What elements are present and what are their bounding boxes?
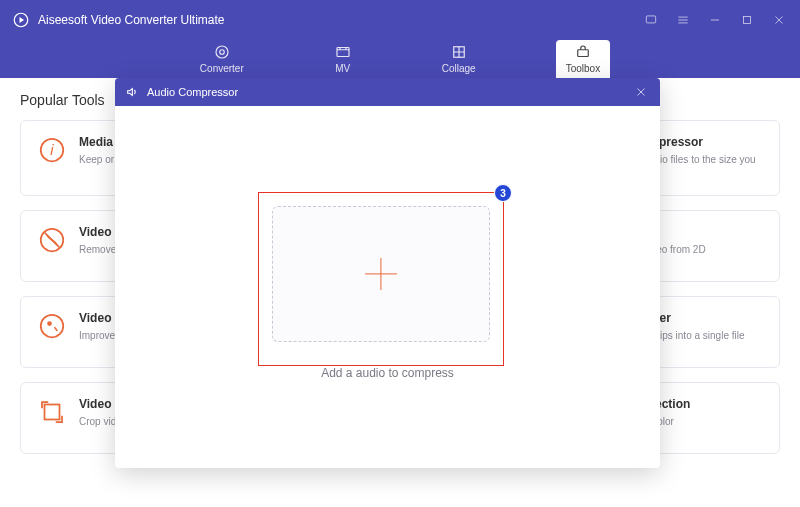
window-controls — [642, 11, 788, 29]
dropzone-label: Add a audio to compress — [321, 366, 454, 380]
audio-icon — [125, 84, 141, 100]
audio-compressor-modal: Audio Compressor 3 Add a audio to compre… — [115, 78, 660, 468]
close-icon[interactable] — [770, 11, 788, 29]
tab-mv[interactable]: MV — [324, 40, 362, 78]
main-tabs: Converter MV Collage Toolbox — [0, 40, 800, 78]
svg-rect-5 — [337, 47, 349, 56]
tab-label: Collage — [442, 63, 476, 74]
menu-icon[interactable] — [674, 11, 692, 29]
tab-toolbox[interactable]: Toolbox — [556, 40, 610, 78]
tab-collage[interactable]: Collage — [432, 40, 486, 78]
modal-overlay: Audio Compressor 3 Add a audio to compre… — [0, 78, 800, 507]
tab-label: Toolbox — [566, 63, 600, 74]
tab-converter[interactable]: Converter — [190, 40, 254, 78]
modal-close-button[interactable] — [632, 83, 650, 101]
svg-point-4 — [220, 49, 225, 54]
minimize-icon[interactable] — [706, 11, 724, 29]
svg-rect-2 — [744, 17, 751, 24]
tab-label: MV — [335, 63, 350, 74]
app-logo — [12, 11, 30, 29]
modal-title: Audio Compressor — [147, 86, 632, 98]
svg-point-3 — [216, 46, 228, 58]
tab-label: Converter — [200, 63, 244, 74]
callout-marker: 3 — [494, 184, 512, 202]
feedback-icon[interactable] — [642, 11, 660, 29]
svg-rect-7 — [578, 49, 589, 56]
modal-header: Audio Compressor — [115, 78, 660, 106]
title-bar: Aiseesoft Video Converter Ultimate — [0, 0, 800, 40]
callout-frame: 3 — [258, 192, 504, 366]
app-title: Aiseesoft Video Converter Ultimate — [38, 13, 642, 27]
modal-body: 3 Add a audio to compress — [115, 106, 660, 468]
maximize-icon[interactable] — [738, 11, 756, 29]
